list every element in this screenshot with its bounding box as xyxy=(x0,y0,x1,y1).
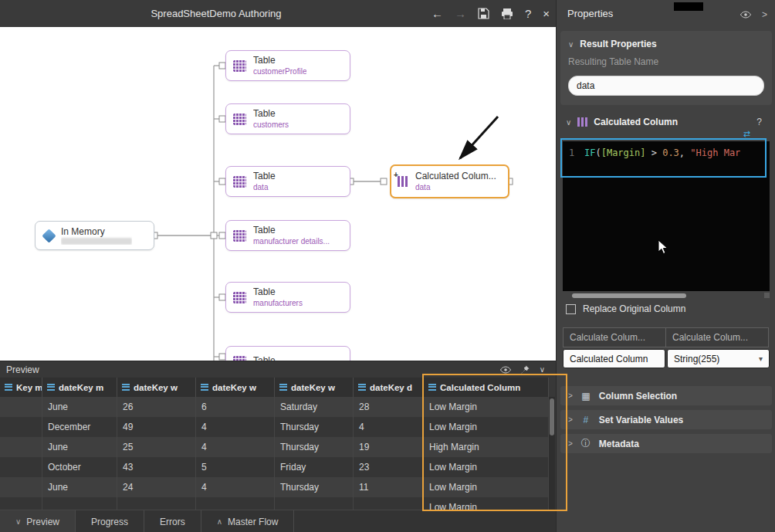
calculated-column-node[interactable]: + Calculated Colum... data xyxy=(390,164,509,198)
replace-original-column-checkbox[interactable] xyxy=(566,304,576,314)
chevron-right-icon: > xyxy=(568,391,573,400)
save-icon[interactable] xyxy=(478,8,489,19)
column-header[interactable]: dateKey m xyxy=(42,378,117,397)
pin-icon[interactable] xyxy=(521,363,530,377)
table-row[interactable]: October435Friday23Low Margin xyxy=(0,457,549,477)
tab-errors[interactable]: Errors xyxy=(144,510,201,532)
flow-titlebar: SpreadSheetDemo Authoring ← → ? × xyxy=(0,0,556,27)
editor-hscrollbar[interactable] xyxy=(563,293,770,300)
replace-original-column-row[interactable]: Replace Original Column xyxy=(566,303,685,314)
calculated-column-label: Calculated Column xyxy=(594,117,678,127)
column-header[interactable]: dateKey d xyxy=(354,378,424,397)
code-token: > xyxy=(645,147,662,158)
table-cell: Friday xyxy=(275,457,354,477)
table-node-subtitle: manufacturers xyxy=(253,299,303,308)
table-row[interactable]: June244Thursday11Low Margin xyxy=(0,477,549,497)
preview-panel: Preview ∨ Key mdateKey mdateKey wdateKey… xyxy=(0,361,556,510)
column-icon xyxy=(428,384,436,391)
table-row[interactable]: June266Saturday28Low Margin xyxy=(0,397,549,417)
help-icon[interactable]: ? xyxy=(525,8,531,19)
column-header[interactable]: Key m xyxy=(0,378,42,397)
flow-canvas[interactable]: In Memory Table customerProfile Table cu… xyxy=(0,27,556,361)
table-node[interactable]: Table xyxy=(225,346,350,361)
preview-scrollbar[interactable] xyxy=(549,397,555,510)
table-node[interactable]: Table manufacturers xyxy=(225,282,350,313)
table-cell: Thursday xyxy=(275,477,354,497)
table-cell: 49 xyxy=(117,417,196,437)
table-node[interactable]: Table customerProfile xyxy=(225,50,350,81)
section-metadata[interactable]: >ⓘMetadata xyxy=(560,434,772,453)
column-grid: Calculate Colum... Calculate Colum... Ca… xyxy=(563,327,770,368)
table-node[interactable]: Table data xyxy=(225,166,350,197)
column-icon xyxy=(358,384,366,391)
chevron-down-icon: ∨ xyxy=(566,118,571,127)
table-cell: 23 xyxy=(354,457,424,477)
table-row[interactable]: December494Thursday4Low Margin xyxy=(0,417,549,437)
table-cell: Low Margin xyxy=(424,457,549,477)
scrollbar-corner xyxy=(764,293,770,298)
table-cell: 43 xyxy=(117,457,196,477)
help-icon[interactable]: ? xyxy=(756,117,762,127)
flow-editor-region: SpreadSheetDemo Authoring ← → ? × xyxy=(0,0,556,532)
column-header-label: Key m xyxy=(16,383,42,392)
calculated-column-name-cell[interactable]: Calculated Column xyxy=(563,349,665,368)
column-type-value: String(255) xyxy=(674,354,719,364)
in-memory-node[interactable]: In Memory xyxy=(35,221,154,250)
calculated-column-node-icon: + xyxy=(398,176,409,187)
column-header-label: dateKey w xyxy=(291,383,335,392)
section-set-variable-values[interactable]: >#Set Variable Values xyxy=(560,410,772,429)
calculated-column-header[interactable]: ∨ Calculated Column ? xyxy=(566,117,767,127)
redacted-text xyxy=(61,238,132,245)
table-node-title: Table xyxy=(253,171,276,181)
column-icon xyxy=(5,384,12,391)
eye-icon[interactable] xyxy=(740,8,751,22)
grid-column-header: Calculate Colum... xyxy=(665,327,769,347)
column-icon xyxy=(122,384,130,391)
table-node[interactable]: Table manufacturer details... xyxy=(225,220,350,251)
table-cell: Low Margin xyxy=(424,497,549,510)
table-cell xyxy=(0,457,42,477)
tab-progress[interactable]: Progress xyxy=(76,510,144,532)
section-label: Set Variable Values xyxy=(599,415,683,425)
table-node[interactable]: Table customers xyxy=(225,103,350,134)
scrollbar-thumb[interactable] xyxy=(550,398,554,435)
chevron-right-icon: > xyxy=(568,439,573,448)
chevron-right-icon: > xyxy=(568,415,573,424)
section-label: Metadata xyxy=(599,439,639,449)
column-header[interactable]: dateKey w xyxy=(117,378,196,397)
table-cell xyxy=(354,497,424,510)
calculated-column-node-subtitle: data xyxy=(415,183,496,192)
chevron-right-icon[interactable]: > xyxy=(762,9,767,20)
table-row[interactable]: Low Margin xyxy=(0,497,549,510)
table-cell: October xyxy=(42,457,117,477)
column-header-label: Calculated Column xyxy=(440,383,520,392)
tab-label: Errors xyxy=(160,517,185,527)
tab-master-flow[interactable]: ∧Master Flow xyxy=(201,510,295,532)
code-token: 0.3 xyxy=(662,147,679,158)
scrollbar-thumb[interactable] xyxy=(572,293,686,298)
collapse-panel-icon[interactable]: ∨ xyxy=(540,365,545,374)
eye-icon[interactable] xyxy=(500,363,511,377)
forward-icon[interactable]: → xyxy=(455,8,466,19)
back-icon[interactable]: ← xyxy=(431,8,443,19)
close-icon[interactable]: × xyxy=(543,8,550,19)
column-header[interactable]: Calculated Column xyxy=(424,378,549,397)
table-row[interactable]: June254Thursday19High Margin xyxy=(0,437,549,457)
window-title: SpreadSheetDemo Authoring xyxy=(0,0,432,27)
section-column-selection[interactable]: >▦Column Selection xyxy=(560,386,772,405)
code-token: ( xyxy=(595,147,601,158)
table-node-subtitle: customers xyxy=(253,120,289,130)
table-cell xyxy=(275,497,354,510)
chevron-up-icon: ∧ xyxy=(217,517,222,526)
column-type-dropdown[interactable]: String(255) ▾ xyxy=(667,349,770,368)
grid-column-header: Calculate Colum... xyxy=(563,327,666,347)
resulting-table-name-input[interactable] xyxy=(568,76,764,96)
titlebar-icons: ← → ? × xyxy=(431,0,550,27)
result-properties-header[interactable]: ∨ Result Properties xyxy=(560,31,772,49)
text-direction-icon[interactable]: ⇄ xyxy=(743,129,750,139)
tab-preview[interactable]: ∨Preview xyxy=(0,510,76,532)
column-header[interactable]: dateKey w xyxy=(196,378,275,397)
expression-editor[interactable]: 1 IF([Margin] > 0.3, "High Mar xyxy=(563,141,770,291)
column-header[interactable]: dateKey w xyxy=(275,378,354,397)
print-icon[interactable] xyxy=(501,8,513,19)
